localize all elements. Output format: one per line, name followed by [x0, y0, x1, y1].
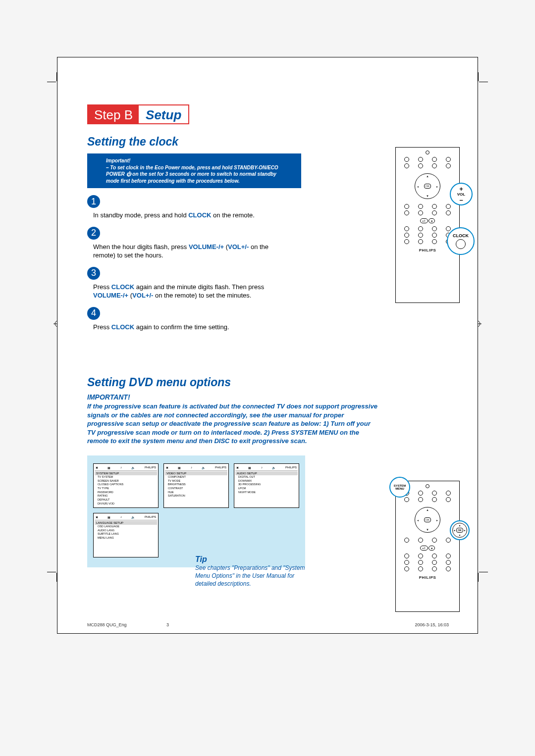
step-4: 4 Press CLOCK again to confirm the time …: [87, 300, 449, 332]
step-2: 2 When the hour digits flash, press VOLU…: [87, 220, 449, 260]
page: Step B Setup Setting the clock Important…: [57, 57, 478, 634]
tip-body: See chapters "Preparations" and "System …: [195, 564, 309, 588]
important-box: Important! – To set clock in the Eco Pow…: [87, 153, 301, 188]
important-body: – To set clock in the Eco Power mode, pr…: [106, 164, 282, 185]
section-title-clock: Setting the clock: [87, 135, 449, 149]
system-menu-callout: SYSTEM MENU: [389, 477, 410, 498]
clock-callout: CLOCK: [447, 227, 475, 255]
dpad-icon: ▲ ▼ ◂ ▸ OK: [415, 507, 440, 533]
footer-page: 3: [166, 622, 169, 627]
footer-date: 2006-3-15, 16:03: [415, 622, 449, 627]
step-header: Step B Setup: [87, 104, 189, 124]
step-1: 1 In standby mode, press and hold CLOCK …: [87, 188, 449, 220]
tip-block: Tip See chapters "Preparations" and "Sys…: [195, 555, 309, 588]
remote-illustration-2: ▲ ▼ ◂ ▸ OK ▸II ■ PHILIPS: [395, 481, 460, 612]
tip-title: Tip: [195, 555, 309, 564]
dpad-icon: ▲ ▼ ◂ ▸ OK: [415, 173, 440, 199]
vol-callout: + VOL –: [450, 183, 473, 205]
step-text: In standby mode, press and hold CLOCK on…: [93, 211, 291, 220]
important2-label: IMPORTANT!: [87, 393, 449, 401]
important2-body: If the progressive scan feature is activ…: [87, 402, 379, 446]
setup-label: Setup: [139, 105, 188, 123]
brand-label: PHILIPS: [399, 575, 456, 580]
clock-button-icon: [456, 239, 466, 249]
remote-illustration: ▲ ▼ ◂ ▸ OK ▸II ■ PHILIPS: [395, 147, 460, 303]
step-text: Press CLOCK again and the minute digits …: [93, 283, 291, 300]
menu-screen-language: ✖▦♪🔈PHILIPS LANGUAGE SETUP OSD LANGUAGE …: [93, 513, 159, 557]
step-text: Press CLOCK again to confirm the time se…: [93, 323, 291, 332]
menu-screen-video: ✖▦♪🔈PHILIPS VIDEO SETUP COMPONENT TV MOD…: [163, 463, 229, 508]
menu-screen-audio: ✖▦♪🔈PHILIPS AUDIO SETUP DIGITAL OUT DOWN…: [234, 463, 299, 508]
ok-callout: OK ▲ ▼ ◂ ▸: [450, 520, 470, 540]
menu-screen-system: ✖▦♪🔈PHILIPS SYSTEM SETUP TV SYSTEM SCREE…: [93, 463, 159, 508]
footer: MCD288 QUG_Eng 3 2006-3-15, 16:03: [87, 622, 449, 627]
important-label: Important!: [106, 157, 282, 164]
step-number: 3: [87, 267, 100, 280]
step-number: 4: [87, 307, 100, 320]
step-text: When the hour digits flash, press VOLUME…: [93, 243, 291, 260]
section-title-dvd: Setting DVD menu options: [87, 376, 449, 389]
brand-label: PHILIPS: [399, 248, 456, 252]
menu-screens-panel: ✖▦♪🔈PHILIPS SYSTEM SETUP TV SYSTEM SCREE…: [87, 455, 305, 567]
step-number: 2: [87, 227, 100, 240]
step-3: 3 Press CLOCK again and the minute digit…: [87, 260, 449, 300]
step-label: Step B: [88, 105, 139, 123]
step-number: 1: [87, 195, 100, 208]
footer-doc: MCD288 QUG_Eng: [87, 622, 127, 627]
